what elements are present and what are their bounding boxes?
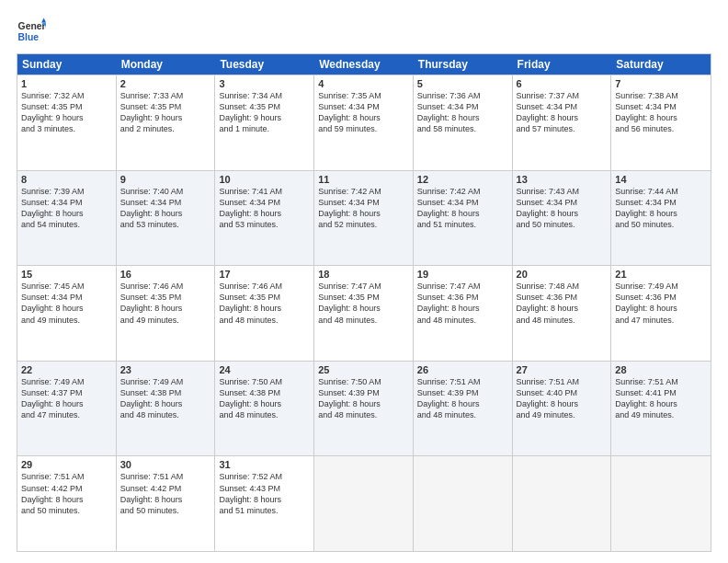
logo-icon: General Blue bbox=[17, 17, 46, 46]
day-cell-22: 22Sunrise: 7:49 AMSunset: 4:37 PMDayligh… bbox=[17, 362, 117, 456]
day-cell-30: 30Sunrise: 7:51 AMSunset: 4:42 PMDayligh… bbox=[117, 456, 216, 551]
day-number: 28 bbox=[615, 364, 707, 375]
calendar-row-4: 22Sunrise: 7:49 AMSunset: 4:37 PMDayligh… bbox=[17, 361, 711, 456]
day-info-line: Daylight: 8 hours bbox=[318, 303, 409, 314]
day-cell-17: 17Sunrise: 7:46 AMSunset: 4:35 PMDayligh… bbox=[215, 266, 314, 361]
day-info-line: and 56 minutes. bbox=[615, 123, 707, 134]
day-number: 17 bbox=[219, 269, 310, 280]
day-cell-29: 29Sunrise: 7:51 AMSunset: 4:42 PMDayligh… bbox=[17, 456, 117, 551]
day-number: 19 bbox=[417, 269, 508, 280]
logo: General Blue bbox=[17, 17, 46, 46]
day-info-line: Daylight: 8 hours bbox=[120, 208, 211, 219]
day-info-line: Daylight: 8 hours bbox=[417, 398, 508, 409]
day-info-line: and 51 minutes. bbox=[219, 505, 310, 516]
day-info-line: Daylight: 8 hours bbox=[21, 398, 112, 409]
day-info-line: and 50 minutes. bbox=[120, 505, 211, 516]
day-info-line: Sunset: 4:35 PM bbox=[318, 292, 409, 303]
day-number: 9 bbox=[120, 174, 211, 185]
day-number: 8 bbox=[21, 174, 112, 185]
day-info-line: Sunrise: 7:38 AM bbox=[615, 90, 707, 101]
day-info-line: Sunset: 4:34 PM bbox=[417, 197, 508, 208]
day-number: 22 bbox=[21, 364, 112, 375]
day-info-line: Sunset: 4:34 PM bbox=[318, 197, 409, 208]
day-number: 30 bbox=[120, 459, 211, 470]
day-cell-24: 24Sunrise: 7:50 AMSunset: 4:38 PMDayligh… bbox=[215, 362, 314, 456]
day-cell-3: 3Sunrise: 7:34 AMSunset: 4:35 PMDaylight… bbox=[215, 75, 314, 170]
day-info-line: Daylight: 8 hours bbox=[615, 303, 707, 314]
day-info-line: Daylight: 8 hours bbox=[417, 303, 508, 314]
day-cell-15: 15Sunrise: 7:45 AMSunset: 4:34 PMDayligh… bbox=[17, 266, 117, 361]
day-info-line: and 48 minutes. bbox=[417, 409, 508, 420]
empty-cell bbox=[611, 456, 711, 551]
calendar-row-2: 8Sunrise: 7:39 AMSunset: 4:34 PMDaylight… bbox=[17, 170, 711, 266]
day-info-line: Daylight: 8 hours bbox=[21, 303, 112, 314]
day-info-line: Sunrise: 7:46 AM bbox=[219, 281, 310, 292]
day-number: 26 bbox=[417, 364, 508, 375]
day-number: 23 bbox=[120, 364, 211, 375]
day-number: 1 bbox=[21, 78, 112, 89]
day-info-line: Sunset: 4:35 PM bbox=[219, 101, 310, 112]
header-day-saturday: Saturday bbox=[611, 54, 711, 75]
calendar-row-3: 15Sunrise: 7:45 AMSunset: 4:34 PMDayligh… bbox=[17, 265, 711, 361]
day-info-line: Sunset: 4:35 PM bbox=[120, 101, 211, 112]
day-number: 29 bbox=[21, 459, 112, 470]
day-info-line: Sunset: 4:34 PM bbox=[517, 101, 608, 112]
day-number: 20 bbox=[517, 269, 608, 280]
day-cell-31: 31Sunrise: 7:52 AMSunset: 4:43 PMDayligh… bbox=[215, 456, 314, 551]
day-number: 11 bbox=[318, 174, 409, 185]
day-info-line: Sunset: 4:34 PM bbox=[21, 197, 112, 208]
day-info-line: Sunrise: 7:51 AM bbox=[120, 471, 211, 482]
day-info-line: Daylight: 8 hours bbox=[417, 208, 508, 219]
day-info-line: and 50 minutes. bbox=[517, 219, 608, 230]
day-info-line: Daylight: 8 hours bbox=[120, 494, 211, 505]
day-info-line: Daylight: 9 hours bbox=[120, 112, 211, 123]
day-cell-8: 8Sunrise: 7:39 AMSunset: 4:34 PMDaylight… bbox=[17, 171, 117, 266]
header-day-thursday: Thursday bbox=[414, 54, 513, 75]
day-info-line: and 58 minutes. bbox=[417, 123, 508, 134]
calendar: SundayMondayTuesdayWednesdayThursdayFrid… bbox=[17, 53, 711, 552]
day-info-line: Sunrise: 7:47 AM bbox=[417, 281, 508, 292]
day-info-line: Sunset: 4:39 PM bbox=[318, 387, 409, 398]
day-number: 13 bbox=[517, 174, 608, 185]
day-info-line: Sunrise: 7:49 AM bbox=[120, 376, 211, 387]
day-info-line: Daylight: 8 hours bbox=[120, 398, 211, 409]
calendar-row-5: 29Sunrise: 7:51 AMSunset: 4:42 PMDayligh… bbox=[17, 455, 711, 551]
day-info-line: Sunset: 4:42 PM bbox=[120, 483, 211, 494]
day-info-line: Daylight: 8 hours bbox=[517, 303, 608, 314]
day-info-line: Sunset: 4:36 PM bbox=[417, 292, 508, 303]
day-info-line: Sunrise: 7:48 AM bbox=[517, 281, 608, 292]
day-info-line: Sunrise: 7:46 AM bbox=[120, 281, 211, 292]
day-info-line: Daylight: 8 hours bbox=[318, 208, 409, 219]
day-cell-1: 1Sunrise: 7:32 AMSunset: 4:35 PMDaylight… bbox=[17, 75, 117, 170]
day-cell-14: 14Sunrise: 7:44 AMSunset: 4:34 PMDayligh… bbox=[611, 171, 711, 266]
day-number: 2 bbox=[120, 78, 211, 89]
day-info-line: Sunrise: 7:51 AM bbox=[615, 376, 707, 387]
day-cell-28: 28Sunrise: 7:51 AMSunset: 4:41 PMDayligh… bbox=[611, 362, 711, 456]
day-info-line: and 48 minutes. bbox=[318, 315, 409, 326]
day-info-line: Daylight: 8 hours bbox=[517, 208, 608, 219]
day-info-line: Sunrise: 7:44 AM bbox=[615, 186, 707, 197]
day-info-line: Daylight: 8 hours bbox=[219, 398, 310, 409]
day-cell-19: 19Sunrise: 7:47 AMSunset: 4:36 PMDayligh… bbox=[414, 266, 513, 361]
day-info-line: Sunrise: 7:35 AM bbox=[318, 90, 409, 101]
day-info-line: Sunset: 4:35 PM bbox=[219, 292, 310, 303]
day-info-line: Sunrise: 7:41 AM bbox=[219, 186, 310, 197]
day-info-line: Sunrise: 7:49 AM bbox=[21, 376, 112, 387]
day-cell-13: 13Sunrise: 7:43 AMSunset: 4:34 PMDayligh… bbox=[513, 171, 612, 266]
day-info-line: Sunrise: 7:34 AM bbox=[219, 90, 310, 101]
day-info-line: Daylight: 8 hours bbox=[219, 303, 310, 314]
day-info-line: and 2 minutes. bbox=[120, 123, 211, 134]
day-info-line: and 47 minutes. bbox=[21, 409, 112, 420]
day-cell-10: 10Sunrise: 7:41 AMSunset: 4:34 PMDayligh… bbox=[215, 171, 314, 266]
empty-cell bbox=[314, 456, 414, 551]
day-number: 25 bbox=[318, 364, 409, 375]
day-info-line: Sunrise: 7:42 AM bbox=[417, 186, 508, 197]
day-cell-26: 26Sunrise: 7:51 AMSunset: 4:39 PMDayligh… bbox=[414, 362, 513, 456]
day-cell-9: 9Sunrise: 7:40 AMSunset: 4:34 PMDaylight… bbox=[117, 171, 216, 266]
day-info-line: and 47 minutes. bbox=[615, 315, 707, 326]
svg-text:Blue: Blue bbox=[18, 32, 40, 42]
day-info-line: and 49 minutes. bbox=[21, 315, 112, 326]
empty-cell bbox=[513, 456, 612, 551]
day-number: 18 bbox=[318, 269, 409, 280]
day-info-line: Daylight: 9 hours bbox=[219, 112, 310, 123]
